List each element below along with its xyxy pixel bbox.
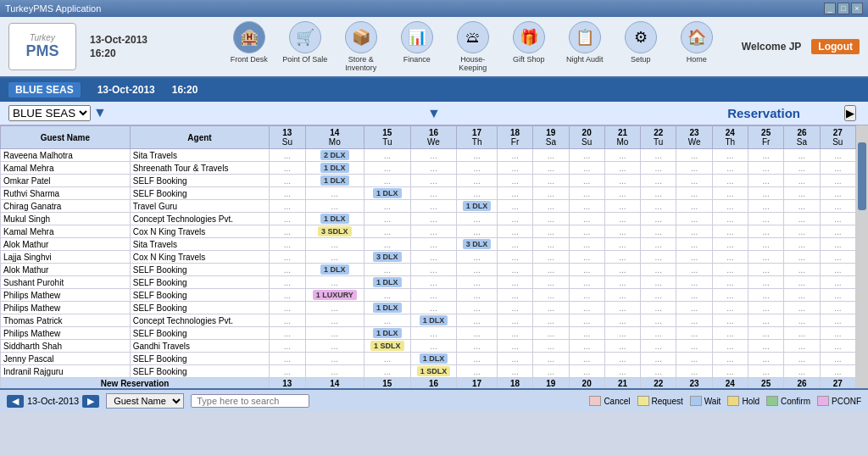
date-cell[interactable]: ... [676, 340, 712, 353]
date-cell[interactable]: ... [676, 149, 712, 162]
date-cell[interactable]: ... [410, 213, 457, 225]
date-cell[interactable]: ... [497, 302, 532, 314]
date-cell[interactable]: 3 SDLX [305, 225, 364, 238]
date-cell[interactable]: ... [270, 187, 305, 200]
date-cell[interactable]: ... [820, 251, 855, 264]
date-cell[interactable]: ... [676, 238, 712, 251]
date-cell[interactable]: ... [270, 238, 305, 251]
date-cell[interactable]: ... [497, 200, 532, 213]
nav-setup[interactable]: ⚙ Setup [616, 21, 665, 72]
date-cell[interactable]: ... [820, 302, 855, 314]
date-cell[interactable]: 3 DLX [364, 251, 411, 264]
date-cell[interactable]: ... [748, 340, 784, 353]
date-cell[interactable]: ... [784, 340, 820, 353]
date-cell[interactable]: ... [676, 314, 712, 327]
table-row[interactable]: Alok MathurSELF Booking...1 DLX.........… [1, 264, 856, 276]
date-cell[interactable]: ... [784, 251, 820, 264]
date-cell[interactable]: ... [569, 353, 604, 365]
date-cell[interactable]: 1 DLX [410, 314, 457, 327]
date-cell[interactable]: ... [457, 187, 498, 200]
date-cell[interactable]: ... [364, 289, 411, 302]
date-cell[interactable]: ... [569, 276, 604, 289]
date-cell[interactable]: ... [641, 149, 676, 162]
date-cell[interactable]: ... [604, 302, 640, 314]
date-cell[interactable]: ... [712, 200, 748, 213]
date-cell[interactable]: ... [569, 302, 604, 314]
date-cell[interactable]: 1 DLX [305, 175, 364, 187]
date-cell[interactable]: ... [748, 200, 784, 213]
date-cell[interactable]: ... [569, 149, 604, 162]
date-cell[interactable]: ... [270, 225, 305, 238]
nav-housekeeping[interactable]: 🛎 House-Keeping [448, 21, 498, 72]
date-cell[interactable]: ... [569, 187, 604, 200]
date-cell[interactable]: ... [364, 314, 411, 327]
date-cell[interactable]: ... [748, 175, 784, 187]
date-cell[interactable]: ... [457, 289, 498, 302]
nav-finance[interactable]: 📊 Finance [392, 21, 442, 72]
date-cell[interactable]: ... [410, 340, 457, 353]
date-cell[interactable]: 1 DLX [305, 213, 364, 225]
date-cell[interactable]: ... [497, 276, 532, 289]
date-cell[interactable]: ... [604, 264, 640, 276]
date-cell[interactable]: ... [748, 162, 784, 175]
date-cell[interactable]: ... [497, 225, 532, 238]
date-cell[interactable]: ... [676, 175, 712, 187]
date-cell[interactable]: ... [364, 365, 411, 378]
table-row[interactable]: Omkar PatelSELF Booking...1 DLX.........… [1, 175, 856, 187]
date-cell[interactable]: ... [410, 302, 457, 314]
date-cell[interactable]: ... [748, 149, 784, 162]
date-cell[interactable]: ... [712, 149, 748, 162]
date-cell[interactable]: ... [270, 175, 305, 187]
date-cell[interactable]: ... [533, 327, 569, 340]
date-cell[interactable]: ... [641, 365, 676, 378]
date-cell[interactable]: ... [457, 314, 498, 327]
date-cell[interactable]: ... [641, 327, 676, 340]
logout-button[interactable]: Logout [811, 39, 860, 54]
date-cell[interactable]: ... [270, 149, 305, 162]
date-cell[interactable]: ... [784, 302, 820, 314]
date-cell[interactable]: ... [533, 314, 569, 327]
date-cell[interactable]: ... [364, 175, 411, 187]
date-cell[interactable]: ... [270, 314, 305, 327]
nav-point-of-sale[interactable]: 🛒 Point Of Sale [281, 21, 330, 72]
date-cell[interactable]: ... [457, 225, 498, 238]
dropdown-arrow-icon[interactable]: ▼ [93, 105, 107, 120]
date-cell[interactable]: ... [270, 162, 305, 175]
nav-front-desk[interactable]: 🏨 Front Desk [225, 21, 274, 72]
date-cell[interactable]: ... [569, 238, 604, 251]
date-cell[interactable]: ... [748, 327, 784, 340]
date-cell[interactable]: 1 DLX [305, 162, 364, 175]
date-cell[interactable]: ... [820, 276, 855, 289]
date-cell[interactable]: ... [569, 314, 604, 327]
property-dropdown[interactable]: BLUE SEAS [8, 105, 91, 121]
date-cell[interactable]: ... [676, 251, 712, 264]
date-cell[interactable]: ... [604, 353, 640, 365]
date-cell[interactable]: ... [533, 289, 569, 302]
date-cell[interactable]: ... [712, 314, 748, 327]
table-row[interactable]: Philips MathewSELF Booking......1 DLX...… [1, 327, 856, 340]
date-cell[interactable]: ... [457, 264, 498, 276]
date-cell[interactable]: ... [604, 213, 640, 225]
date-cell[interactable]: ... [712, 175, 748, 187]
date-cell[interactable]: ... [457, 327, 498, 340]
date-cell[interactable]: ... [270, 353, 305, 365]
date-cell[interactable]: ... [533, 251, 569, 264]
date-cell[interactable]: ... [569, 289, 604, 302]
nav-home[interactable]: 🏠 Home [672, 21, 721, 72]
date-cell[interactable]: ... [533, 276, 569, 289]
date-cell[interactable]: ... [457, 340, 498, 353]
date-cell[interactable]: 1 SDLX [410, 365, 457, 378]
date-cell[interactable]: ... [784, 314, 820, 327]
date-cell[interactable]: 1 DLX [364, 302, 411, 314]
date-cell[interactable]: ... [712, 238, 748, 251]
date-cell[interactable]: ... [820, 149, 855, 162]
table-row[interactable]: Mukul SinghConcept Technologies Pvt....1… [1, 213, 856, 225]
date-cell[interactable]: ... [305, 340, 364, 353]
date-cell[interactable]: ... [457, 251, 498, 264]
nav-night-audit[interactable]: 📋 Night Audit [560, 21, 609, 72]
date-cell[interactable]: 1 DLX [410, 353, 457, 365]
date-cell[interactable]: ... [270, 276, 305, 289]
date-cell[interactable]: ... [748, 187, 784, 200]
date-cell[interactable]: ... [270, 327, 305, 340]
date-cell[interactable]: ... [676, 365, 712, 378]
